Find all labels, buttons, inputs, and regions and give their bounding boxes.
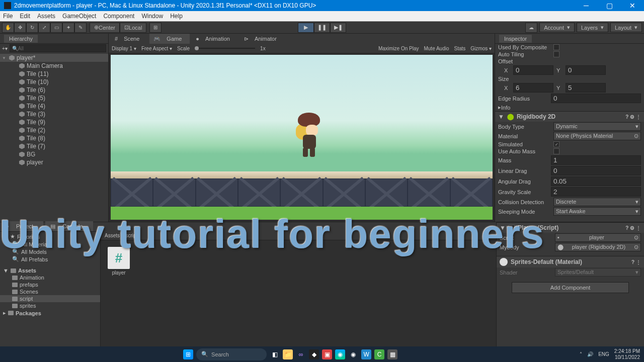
menu-help[interactable]: Help bbox=[170, 13, 183, 20]
start-button[interactable]: ⊞ bbox=[183, 349, 193, 359]
edge-radius-input[interactable] bbox=[551, 94, 641, 103]
script-field[interactable]: ▪ player ⊙ bbox=[555, 233, 641, 242]
language-indicator[interactable]: ENG bbox=[598, 351, 609, 357]
display-dropdown[interactable]: Display 1 ▾ bbox=[112, 46, 136, 51]
rotate-tool[interactable]: ↻ bbox=[26, 23, 38, 33]
body-type-dropdown[interactable]: Dynamic▾ bbox=[553, 122, 641, 131]
network-icon[interactable]: 🔊 bbox=[587, 351, 593, 357]
hierarchy-item[interactable]: BG bbox=[0, 150, 108, 158]
taskbar-search[interactable]: 🔍 Search bbox=[196, 348, 267, 360]
all-materials[interactable]: 🔍 All Materials bbox=[0, 240, 100, 248]
gravity-scale-input[interactable] bbox=[551, 187, 641, 197]
layers-dropdown[interactable]: Layers▾ bbox=[577, 23, 608, 32]
all-prefabs[interactable]: 🔍 All Prefabs bbox=[0, 255, 100, 263]
move-tool[interactable]: ✥ bbox=[14, 23, 26, 33]
animator-tab[interactable]: ⊳ Animator bbox=[240, 34, 285, 44]
scene-tab[interactable]: # Scene bbox=[111, 34, 147, 44]
material-header[interactable]: Sprites-Default (Material)? ⋮ bbox=[497, 256, 644, 267]
auto-mass-checkbox[interactable] bbox=[553, 148, 559, 154]
menu-window[interactable]: Window bbox=[141, 13, 163, 20]
hierarchy-item[interactable]: Tile (6) bbox=[0, 86, 108, 94]
shader-dropdown[interactable]: Sprites/Default▾ bbox=[555, 268, 641, 277]
rigidbody-header[interactable]: ▼ ⬤Rigidbody 2D? ⚙ ⋮ bbox=[495, 111, 644, 122]
animation-tab[interactable]: ● Animation bbox=[192, 34, 238, 44]
hierarchy-item[interactable]: Tile (11) bbox=[0, 70, 108, 78]
collab-icon[interactable]: ☁ bbox=[525, 23, 537, 33]
snap-tool[interactable]: ⊞ bbox=[149, 23, 162, 33]
player-script-header[interactable]: ▼ ✓ Player (Script)? ⚙ ⋮ bbox=[497, 222, 644, 233]
custom-tool[interactable]: ✎ bbox=[74, 23, 87, 33]
unity-taskbar-icon[interactable]: ◆ bbox=[309, 349, 319, 359]
console-tab[interactable]: ▤ Console bbox=[45, 221, 93, 231]
hierarchy-search[interactable]: 🔍 All bbox=[10, 44, 106, 52]
mute-audio[interactable]: Mute Audio bbox=[424, 46, 449, 51]
simulated-checkbox[interactable]: ✓ bbox=[553, 141, 559, 147]
hierarchy-item[interactable]: Tile (2) bbox=[0, 126, 108, 134]
explorer-icon[interactable]: 📁 bbox=[283, 349, 293, 359]
mybody-field[interactable]: ⬤ player (Rigidbody 2D) ⊙ bbox=[555, 243, 641, 251]
taskbar-clock[interactable]: 2:24:18 PM 10/11/2022 bbox=[614, 348, 640, 360]
hierarchy-item[interactable]: Main Camera bbox=[0, 62, 108, 70]
create-dropdown[interactable]: +▾ bbox=[2, 46, 8, 51]
aspect-dropdown[interactable]: Free Aspect ▾ bbox=[141, 46, 172, 51]
angular-drag-input[interactable] bbox=[551, 176, 641, 186]
used-by-composite-checkbox[interactable] bbox=[553, 44, 559, 50]
mass-input[interactable] bbox=[551, 155, 641, 165]
scale-slider[interactable] bbox=[195, 48, 255, 49]
close-button[interactable]: ✕ bbox=[621, 0, 644, 11]
hierarchy-item[interactable]: Tile (9) bbox=[0, 118, 108, 126]
pivot-local[interactable]: ⊡Local bbox=[120, 23, 146, 33]
collision-detection-dropdown[interactable]: Discrete▾ bbox=[553, 198, 641, 206]
hierarchy-item[interactable]: Tile (8) bbox=[0, 134, 108, 142]
hierarchy-item[interactable]: player bbox=[0, 158, 108, 166]
folder-animation[interactable]: Animation bbox=[0, 274, 100, 281]
transform-tool[interactable]: ✦ bbox=[62, 23, 74, 33]
all-models[interactable]: 🔍 All Models bbox=[0, 248, 100, 255]
linear-drag-input[interactable] bbox=[551, 166, 641, 175]
edge-icon[interactable]: ◉ bbox=[335, 349, 345, 359]
menu-gameobject[interactable]: GameObject bbox=[62, 13, 96, 20]
menu-component[interactable]: Component bbox=[103, 13, 134, 20]
menu-assets[interactable]: Assets bbox=[37, 13, 55, 20]
task-view-icon[interactable]: ◧ bbox=[270, 349, 280, 359]
chrome-icon[interactable]: ◉ bbox=[348, 349, 358, 359]
minimize-button[interactable]: ─ bbox=[575, 0, 598, 11]
camtasia-icon[interactable]: C bbox=[374, 349, 384, 359]
breadcrumb[interactable]: Assets > script bbox=[101, 231, 496, 240]
size-x[interactable] bbox=[513, 83, 553, 93]
step-button[interactable]: ▶❚ bbox=[330, 23, 346, 33]
layout-dropdown[interactable]: Layout▾ bbox=[610, 23, 642, 32]
inspector-tab[interactable]: Inspector bbox=[499, 35, 532, 43]
assets-folder[interactable]: ▼ Assets bbox=[0, 267, 100, 274]
app-icon[interactable]: ▣ bbox=[322, 349, 332, 359]
sleeping-mode-dropdown[interactable]: Start Awake▾ bbox=[553, 207, 641, 216]
offset-y[interactable] bbox=[566, 65, 606, 75]
pause-button[interactable]: ❚❚ bbox=[314, 23, 330, 33]
offset-x[interactable] bbox=[513, 65, 553, 75]
scale-tool[interactable]: ⤢ bbox=[38, 23, 50, 33]
hand-tool[interactable]: ✋ bbox=[2, 23, 14, 33]
favorites-folder[interactable]: ▼ ★ Favorites bbox=[0, 233, 100, 240]
packages-folder[interactable]: ▸ Packages bbox=[0, 309, 100, 317]
add-component-button[interactable]: Add Component bbox=[512, 282, 629, 293]
folder-scenes[interactable]: Scenes bbox=[0, 288, 100, 295]
vs-icon[interactable]: ∞ bbox=[296, 349, 306, 359]
project-tab[interactable]: ▪ Project bbox=[2, 221, 43, 231]
pivot-center[interactable]: ⊕Center bbox=[90, 23, 120, 33]
app2-icon[interactable]: ▦ bbox=[387, 349, 397, 359]
auto-tiling-checkbox[interactable] bbox=[553, 51, 559, 57]
game-tab[interactable]: 🎮 Game bbox=[149, 34, 190, 44]
menu-edit[interactable]: Edit bbox=[20, 13, 30, 20]
folder-sprites[interactable]: sprites bbox=[0, 302, 100, 309]
maximize-on-play[interactable]: Maximize On Play bbox=[378, 46, 419, 51]
folder-prefaps[interactable]: prefaps bbox=[0, 281, 100, 288]
material-field[interactable]: None (Physics Material⊙ bbox=[553, 132, 641, 140]
account-dropdown[interactable]: Account▾ bbox=[539, 23, 575, 32]
hierarchy-item[interactable]: Tile (4) bbox=[0, 102, 108, 110]
folder-script[interactable]: script bbox=[0, 295, 100, 302]
maximize-button[interactable]: ▢ bbox=[598, 0, 621, 11]
hierarchy-tab[interactable]: Hierarchy bbox=[4, 35, 38, 43]
hierarchy-item[interactable]: Tile (7) bbox=[0, 142, 108, 150]
play-button[interactable]: ▶ bbox=[298, 23, 314, 33]
word-icon[interactable]: W bbox=[361, 349, 371, 359]
